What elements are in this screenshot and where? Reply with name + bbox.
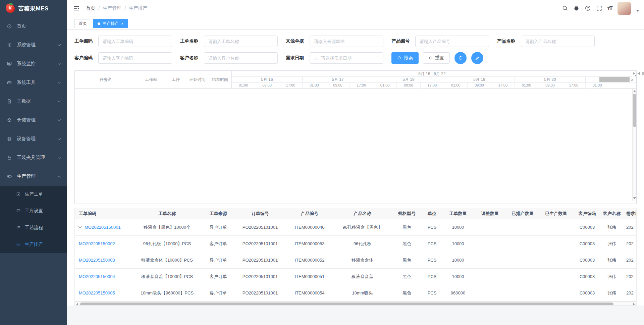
sidebar-item-production-management[interactable]: 生产管理: [0, 167, 67, 186]
filter-text-input[interactable]: [321, 56, 379, 61]
chevron-down-icon: [58, 137, 61, 140]
user-menu-caret-icon[interactable]: [636, 10, 639, 12]
filter-input[interactable]: [310, 36, 383, 47]
table-cell: 客户订单: [202, 235, 234, 252]
gantt-column-header: 结束时间: [209, 77, 231, 83]
column-header: 客户名称: [601, 208, 622, 219]
filter-input[interactable]: [204, 36, 278, 47]
sidebar-item-equipment-management[interactable]: 设备管理: [0, 129, 67, 148]
sidebar-item-production-scheduling[interactable]: 生产排产: [0, 236, 67, 253]
work-order-link[interactable]: MO202205150005: [79, 290, 115, 295]
sidebar-item-process-flow[interactable]: 工艺流程: [0, 219, 67, 236]
sidebar-item-master-data[interactable]: 主数据: [0, 92, 67, 111]
row-expand-icon[interactable]: [78, 225, 82, 228]
filter-field: 客户编码: [74, 52, 172, 64]
scrollbar-thumb[interactable]: [80, 303, 613, 306]
breadcrumb-production-management[interactable]: 生产管理: [103, 5, 121, 11]
table-cell: 10000: [442, 252, 474, 268]
filter-input[interactable]: [415, 36, 489, 47]
filter-label: 产品名称: [497, 38, 518, 44]
scrollbar-thumb[interactable]: [633, 94, 636, 127]
github-icon[interactable]: [573, 5, 580, 11]
work-order-link[interactable]: MO202205150004: [79, 274, 115, 279]
gantt-hour-label: 17:00: [279, 83, 303, 89]
edit-schedule-button[interactable]: [471, 52, 483, 64]
scroll-left-icon[interactable]: [76, 303, 78, 306]
fullscreen-icon[interactable]: [596, 5, 602, 11]
sidebar-item-system-monitor[interactable]: 系统监控: [0, 54, 67, 73]
sidebar-item-fixture-management[interactable]: 工装夹具管理: [0, 148, 67, 167]
work-order-link[interactable]: MO202205150001: [85, 225, 121, 230]
table-cell: 张伟: [601, 219, 622, 235]
reset-button[interactable]: 重置: [423, 52, 450, 64]
gantt-hour-label: 17:00: [350, 83, 373, 89]
scroll-down-icon[interactable]: [633, 197, 636, 199]
table-cell: [474, 252, 506, 268]
sidebar-item-label: 工序设置: [25, 208, 43, 214]
scrollbar-thumb[interactable]: [642, 72, 644, 75]
filter-text-input[interactable]: [314, 39, 379, 44]
sidebar-item-label: 主数据: [17, 98, 31, 104]
app-title: 苦糖果MES: [18, 5, 49, 12]
app-logo[interactable]: 苦糖果MES: [0, 0, 67, 17]
work-order-link[interactable]: MO202205150002: [79, 241, 115, 246]
table-cell: 10000: [442, 219, 474, 235]
column-header: 规格型号: [392, 208, 422, 219]
scroll-right-icon[interactable]: [633, 72, 635, 75]
filter-input[interactable]: [204, 52, 278, 64]
gantt-hour-label: 09:00: [397, 83, 420, 89]
column-header: 调整数量: [474, 208, 506, 219]
tab-home[interactable]: 首页: [74, 19, 91, 28]
table-cell: [506, 268, 539, 285]
breadcrumb-home[interactable]: 首页: [86, 5, 95, 11]
sidebar-item-system-management[interactable]: 系统管理: [0, 36, 67, 54]
monitor-icon: [7, 61, 12, 66]
gantt-day-label: 5月 18: [373, 77, 444, 82]
sidebar: 苦糖果MES 首页 系统管理 系统监控 系统工具 主数据 仓储管理 设备管理 工…: [0, 0, 67, 325]
sidebar-item-home[interactable]: 首页: [0, 17, 67, 36]
scroll-up-icon[interactable]: [633, 90, 636, 92]
table-cell: 10000: [442, 268, 474, 285]
help-icon[interactable]: [585, 5, 591, 11]
scroll-left-icon[interactable]: [638, 72, 640, 75]
table-cell: 96孔移液盒【黑色】: [333, 219, 392, 235]
tree-expand-icon[interactable]: [635, 75, 636, 77]
sidebar-item-production-order[interactable]: 生产工单: [0, 186, 67, 203]
sidebar-item-process-setting[interactable]: 工序设置: [0, 203, 67, 219]
tab-close-icon[interactable]: ×: [121, 21, 124, 26]
gantt-day-label: 5月 20: [515, 77, 586, 82]
filter-input[interactable]: [98, 36, 172, 47]
work-order-code-cell: MO202205150005: [75, 285, 132, 301]
column-header: 工单名称: [132, 208, 202, 219]
filter-text-input[interactable]: [103, 56, 168, 61]
sidebar-item-system-tools[interactable]: 系统工具: [0, 73, 67, 92]
sidebar-collapse-icon[interactable]: [73, 5, 80, 12]
gantt-hour-label: 01:00: [303, 83, 326, 89]
search-button[interactable]: 搜索: [391, 52, 419, 64]
scroll-right-icon[interactable]: [633, 303, 635, 306]
filter-text-input[interactable]: [208, 39, 273, 44]
gantt-hour-row: 01:0009:0017:0001:0009:0017:0001:0009:00…: [232, 83, 632, 89]
demand-date-picker[interactable]: [310, 52, 383, 64]
filter-text-input[interactable]: [525, 39, 590, 44]
table-cell: PO202205101001: [234, 235, 286, 252]
sidebar-item-warehouse-management[interactable]: 仓储管理: [0, 111, 67, 129]
breadcrumb-separator: /: [124, 6, 126, 11]
gantt-vertical-scrollbar[interactable]: [632, 89, 636, 201]
search-icon[interactable]: [562, 5, 568, 11]
tab-production-scheduling[interactable]: 生产排产 ×: [93, 19, 128, 28]
filter-text-input[interactable]: [420, 39, 485, 44]
filter-input[interactable]: [98, 52, 172, 64]
refresh-button[interactable]: [454, 52, 467, 64]
font-size-icon[interactable]: TT: [607, 5, 612, 12]
chevron-down-icon: [58, 118, 61, 121]
gantt-hour-label: 01:00: [444, 83, 468, 89]
top-header: 首页 / 生产管理 / 生产排产 TT: [67, 0, 644, 17]
work-order-link[interactable]: MO202205150003: [79, 258, 115, 263]
table-horizontal-scrollbar[interactable]: [75, 302, 636, 306]
filter-text-input[interactable]: [208, 56, 273, 61]
filter-text-input[interactable]: [103, 39, 168, 44]
avatar[interactable]: [618, 2, 631, 15]
column-header: 已生产数量: [539, 208, 573, 219]
filter-input[interactable]: [521, 36, 595, 47]
